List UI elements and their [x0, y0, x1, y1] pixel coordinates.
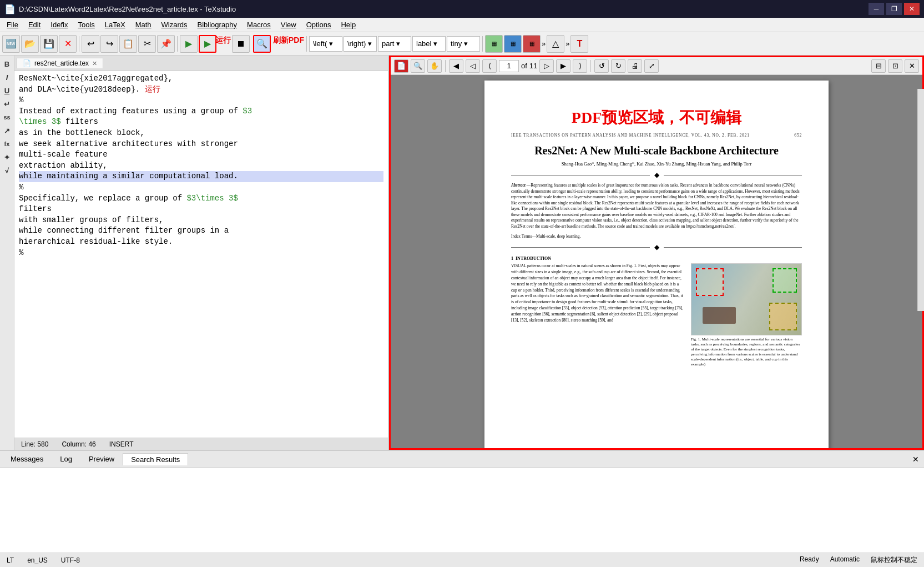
math1-button[interactable]: △ [547, 35, 564, 53]
fig-yellow-box [769, 303, 797, 330]
table-button[interactable]: ▦ [485, 35, 503, 53]
menu-file[interactable]: File [2, 19, 23, 30]
editor-content[interactable]: ResNeXt~\cite{xie2017aggregated}, and DL… [14, 71, 388, 438]
sidebar-underline[interactable]: U [1, 84, 13, 97]
menu-idefix[interactable]: Idefix [46, 19, 72, 30]
left-paren-dropdown[interactable]: \left( ▾ [309, 36, 342, 52]
pdf-file-btn[interactable]: 📄 [394, 59, 408, 73]
pdf-prev3-btn[interactable]: ⟨ [482, 59, 497, 73]
pdf-paper-title: Res2Net: A New Multi-scale Backbone Arch… [511, 143, 802, 158]
sidebar-italic[interactable]: I [1, 71, 13, 83]
status-bar: LT en_US UTF-8 Ready Automatic 鼠标控制不稳定 [0, 553, 924, 567]
menu-options[interactable]: Options [302, 19, 336, 30]
pdf-rotate2-btn[interactable]: ↻ [611, 59, 625, 73]
tab-log[interactable]: Log [52, 453, 80, 465]
search-button[interactable]: 🔍 [253, 35, 271, 53]
run-text: 运行 [145, 84, 160, 96]
editor-tab-bar: 📄 res2net_article.tex ✕ [14, 56, 388, 71]
pdf-max-btn[interactable]: ⊡ [888, 59, 902, 73]
sidebar-return[interactable]: ↵ [1, 98, 13, 110]
copy-button[interactable]: 📋 [119, 35, 137, 53]
undo-button[interactable]: ↩ [82, 35, 99, 53]
menu-latex[interactable]: LaTeX [100, 19, 130, 30]
menu-wizards[interactable]: Wizards [157, 19, 192, 30]
pdf-prev-btn[interactable]: ◀ [449, 59, 463, 73]
pdf-divider: ◆ [511, 171, 802, 179]
pdf-search-btn[interactable]: 🔍 [411, 59, 425, 73]
editor-line-3: % [19, 95, 383, 106]
menu-edit[interactable]: Edit [24, 19, 45, 30]
sidebar-bold[interactable]: B [1, 58, 13, 70]
paste-button[interactable]: 📌 [157, 35, 175, 53]
pdf-rotate1-btn[interactable]: ↺ [594, 59, 609, 73]
tab-icon: 📄 [23, 59, 31, 67]
label-dropdown[interactable]: label ▾ [412, 36, 446, 52]
size-dropdown[interactable]: tiny ▾ [447, 36, 480, 52]
new-button[interactable]: 🆕 [2, 35, 20, 53]
figure-furniture [691, 264, 801, 335]
pdf-total-pages: 11 [529, 62, 537, 70]
table2-button[interactable]: ▦ [504, 35, 522, 53]
editor-line-16: hierarchical residual-like style. [19, 237, 383, 248]
menu-bibliography[interactable]: Bibliography [193, 19, 242, 30]
status-encoding: UTF-8 [61, 556, 80, 564]
tb-sep5: » [542, 39, 546, 48]
pdf-next-btn[interactable]: ▷ [539, 59, 554, 73]
bottom-panel-close[interactable]: ✕ [910, 453, 922, 465]
cut-button[interactable]: ✂ [138, 35, 156, 53]
menu-tools[interactable]: Tools [73, 19, 99, 30]
editor-line-9: extraction ability, [19, 160, 383, 172]
menu-view[interactable]: View [276, 19, 301, 30]
editor-scrollbar[interactable] [917, 89, 924, 311]
compile-button[interactable]: ▶ [180, 35, 198, 53]
tb-sep6: » [565, 39, 569, 48]
pdf-page-input[interactable]: 1 [499, 60, 519, 72]
pdf-fit-btn[interactable]: ⤢ [644, 59, 659, 73]
sidebar-sqrt[interactable]: √ [1, 164, 13, 177]
right-paren-dropdown[interactable]: \right) ▾ [344, 36, 377, 52]
sep2 [177, 36, 178, 52]
editor-tab[interactable]: 📄 res2net_article.tex ✕ [17, 58, 103, 68]
pdf-next3-btn[interactable]: ⟩ [573, 59, 587, 73]
menu-macros[interactable]: Macros [243, 19, 275, 30]
editor-line-8: multi-scale feature [19, 149, 383, 160]
editor-line-17: % [19, 248, 383, 259]
sidebar-arrow[interactable]: ↗ [1, 124, 13, 137]
close-doc-button[interactable]: ✕ [59, 35, 77, 53]
stop-button[interactable]: ⏹ [232, 35, 250, 53]
sidebar-cross[interactable]: ✦ [1, 151, 13, 163]
close-button[interactable]: ✕ [904, 3, 920, 15]
pdf-window-btn[interactable]: ⊟ [871, 59, 886, 73]
pdf-content[interactable]: PDF预览区域，不可编辑 IEEE TRANSACTIONS ON PATTER… [391, 75, 922, 448]
restore-button[interactable]: ❐ [886, 3, 902, 15]
window-title: D:\CSDN\LatexWord2Latex\Res2Net\res2net_… [19, 5, 236, 13]
status-auto: Automatic [830, 555, 860, 565]
tab-preview[interactable]: Preview [80, 453, 123, 465]
redo-button[interactable]: ↪ [100, 35, 118, 53]
sidebar-fx[interactable]: fx [1, 138, 13, 150]
pdf-hand-btn[interactable]: ✋ [427, 59, 442, 73]
part-dropdown[interactable]: part ▾ [378, 36, 411, 52]
pdf-close-btn[interactable]: ✕ [905, 59, 919, 73]
pdf-next2-btn[interactable]: ▶ [556, 59, 570, 73]
pdf-prev2-btn[interactable]: ◁ [466, 59, 480, 73]
format1-button[interactable]: ▦ [523, 35, 541, 53]
pdf-toolbar: 📄 🔍 ✋ ◀ ◁ ⟨ 1 of 11 ▷ ▶ ⟩ ↺ ↻ 🖨 ⤢ ⊟ ⊡ ✕ [391, 57, 922, 75]
tab-messages[interactable]: Messages [2, 453, 52, 465]
pdf-body-columns: VISUAL patterns occur at multi-scales in… [511, 263, 802, 368]
pdf-col-right: Fig. 1. Multi-scale representations are … [691, 263, 802, 368]
tab-close-button[interactable]: ✕ [92, 60, 97, 67]
menu-help[interactable]: Help [336, 19, 360, 30]
minimize-button[interactable]: ─ [869, 3, 884, 15]
save-button[interactable]: 💾 [40, 35, 58, 53]
run-button[interactable]: ▶ [199, 35, 216, 53]
sidebar-ss[interactable]: ss [1, 111, 13, 123]
pdf-index-terms: Index Terms—Multi-scale, deep learning. [511, 234, 802, 239]
editor-line-7: we seek alternative architectures with s… [19, 139, 383, 150]
open-button[interactable]: 📂 [21, 35, 39, 53]
tab-search-results[interactable]: Search Results [123, 453, 188, 465]
text-button[interactable]: T [570, 35, 588, 53]
menu-math[interactable]: Math [131, 19, 156, 30]
pdf-print-btn[interactable]: 🖨 [628, 59, 642, 73]
bottom-content[interactable] [0, 468, 924, 553]
